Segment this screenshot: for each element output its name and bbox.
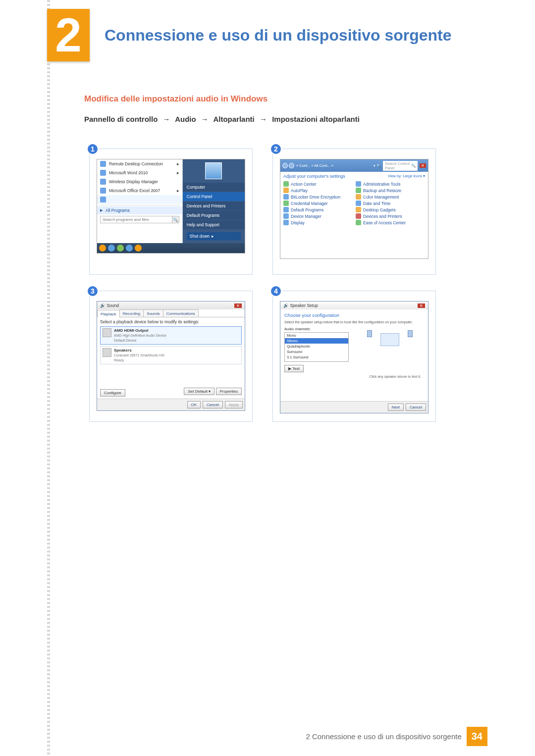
- screenshot-control-panel: « Cont... » All Cont... » ▾ 🔍 Search Con…: [280, 159, 428, 259]
- all-programs-button[interactable]: All Programs: [97, 206, 182, 214]
- dialog-title: 🔊 Speaker Setup: [283, 303, 318, 308]
- cp-item[interactable]: Desktop Gadgets: [356, 207, 425, 212]
- taskbar-icon[interactable]: [126, 245, 133, 252]
- channels-listbox[interactable]: Mono Stereo Quadraphonic Surround 3.1 Su…: [284, 332, 349, 362]
- right-menu-item-control-panel[interactable]: Control Panel: [183, 192, 245, 201]
- cp-item[interactable]: AutoPlay: [283, 188, 353, 193]
- set-default-button[interactable]: Set Default ▾: [184, 388, 214, 395]
- search-input[interactable]: [100, 216, 172, 223]
- speaker-setup-desc: Select the speaker setup below that is m…: [284, 320, 424, 324]
- cp-item[interactable]: Color Management: [356, 194, 425, 200]
- tab-sounds[interactable]: Sounds: [143, 309, 163, 317]
- speaker-layout-illustration: [356, 327, 424, 371]
- start-menu-item[interactable]: [109, 197, 110, 202]
- list-item[interactable]: Stereo: [285, 338, 348, 344]
- speaker-icon[interactable]: [367, 330, 372, 337]
- breadcrumb-item: Audio: [175, 115, 196, 123]
- speaker-setup-title: Choose your configuration: [284, 312, 424, 318]
- list-item[interactable]: Surround: [285, 349, 348, 354]
- taskbar-icon[interactable]: [117, 245, 124, 252]
- list-item[interactable]: 5.1 Surround: [285, 360, 348, 362]
- cp-search-input[interactable]: Search Control Panel🔍: [383, 161, 418, 171]
- step-badge: 2: [270, 143, 282, 155]
- right-menu-item[interactable]: Computer: [183, 183, 245, 192]
- cp-item[interactable]: Date and Time: [356, 201, 425, 206]
- step-card-4: 4 🔊 Speaker Setup ✕ Choose your configur…: [272, 291, 436, 422]
- right-menu-item[interactable]: Devices and Printers: [183, 202, 245, 210]
- step-card-3: 3 🔊 Sound ✕ Playback Recording Sounds Co…: [89, 291, 253, 422]
- start-menu-item[interactable]: Remote Desktop Connection: [109, 161, 163, 166]
- page-footer: 2 Connessione e uso di un dispositivo so…: [0, 727, 535, 746]
- chapter-number-box: 2: [47, 9, 90, 61]
- back-icon[interactable]: [282, 163, 288, 168]
- start-menu-item[interactable]: Microsoft Office Excel 2007: [109, 188, 160, 193]
- breadcrumb: Pannello di controllo → Audio → Altoparl…: [84, 115, 485, 123]
- app-icon: [100, 197, 106, 202]
- cp-item[interactable]: Backup and Restore: [356, 188, 425, 193]
- screenshot-start-menu: Remote Desktop Connection▸ Microsoft Wor…: [97, 159, 245, 253]
- app-icon: [100, 188, 106, 194]
- cp-item[interactable]: Credential Manager: [283, 201, 353, 206]
- test-button[interactable]: ▶ Test: [284, 365, 304, 372]
- right-menu-item[interactable]: Default Programs: [183, 211, 245, 220]
- cp-item[interactable]: Devices and Printers: [356, 213, 425, 219]
- page-number: 34: [467, 727, 487, 746]
- start-menu-item[interactable]: Wireless Display Manager: [109, 179, 158, 184]
- taskbar-icon[interactable]: [135, 245, 142, 252]
- cp-item[interactable]: Display: [283, 220, 353, 225]
- tab-recording[interactable]: Recording: [119, 309, 144, 317]
- channels-label: Audio channels:: [284, 327, 349, 331]
- breadcrumb-item: Altoparlanti: [213, 115, 254, 123]
- taskbar-icon[interactable]: [108, 245, 115, 252]
- close-icon[interactable]: ✕: [420, 163, 426, 168]
- ok-button[interactable]: OK: [187, 401, 201, 408]
- list-item[interactable]: 3.1 Surround: [285, 354, 348, 360]
- chapter-number: 2: [55, 8, 81, 62]
- app-icon: [100, 170, 106, 176]
- user-avatar: [205, 162, 222, 179]
- device-icon: [103, 328, 111, 337]
- forward-icon[interactable]: [289, 163, 294, 168]
- cp-item[interactable]: Default Programs: [283, 207, 353, 212]
- tab-communications[interactable]: Communications: [163, 309, 199, 317]
- properties-button[interactable]: Properties: [216, 388, 242, 395]
- close-icon[interactable]: ✕: [234, 303, 242, 308]
- cp-heading: Adjust your computer's settings: [283, 174, 345, 179]
- taskbar: [97, 243, 245, 253]
- configure-button[interactable]: Configure: [100, 389, 125, 397]
- right-menu-item[interactable]: Help and Support: [183, 220, 245, 229]
- breadcrumb-arrow-icon: →: [201, 115, 209, 123]
- apply-button[interactable]: Apply: [225, 401, 243, 408]
- cp-item[interactable]: Ease of Access Center: [356, 220, 425, 225]
- start-menu-item[interactable]: Microsoft Word 2010: [109, 170, 148, 175]
- cp-items-grid: Action Center Administrative Tools AutoP…: [283, 181, 425, 225]
- next-button[interactable]: Next: [388, 403, 404, 411]
- step-card-2: 2 « Cont... » All Cont... » ▾ 🔍 Search C…: [272, 149, 436, 275]
- start-orb-icon[interactable]: [99, 245, 106, 252]
- breadcrumb-arrow-icon: →: [163, 115, 170, 123]
- speaker-hint: Click any speaker above to test it.: [284, 375, 421, 378]
- address-crumb[interactable]: « Cont... » All Cont... »: [296, 163, 372, 168]
- section-subheading: Modifica delle impostazioni audio in Win…: [84, 94, 485, 104]
- cancel-button[interactable]: Cancel: [203, 401, 223, 408]
- cp-item[interactable]: Device Manager: [283, 213, 353, 219]
- list-item[interactable]: Mono: [285, 333, 348, 338]
- device-icon: [103, 348, 111, 357]
- playback-device[interactable]: SpeakersConexant 20671 SmartAudio HDRead…: [100, 346, 242, 364]
- step-badge: 4: [270, 285, 282, 297]
- search-icon[interactable]: 🔍: [172, 216, 179, 223]
- playback-device[interactable]: AMD HDMI OutputAMD High Definition Audio…: [100, 326, 242, 345]
- speaker-icon[interactable]: [408, 330, 413, 337]
- list-item[interactable]: Quadraphonic: [285, 344, 348, 349]
- view-by-dropdown[interactable]: View by: Large icons ▾: [388, 174, 425, 179]
- screenshot-speaker-setup: 🔊 Speaker Setup ✕ Choose your configurat…: [280, 301, 428, 413]
- page-left-dotted-bar: [47, 0, 50, 756]
- shutdown-button[interactable]: Shut down▸: [187, 232, 241, 240]
- cp-item[interactable]: BitLocker Drive Encryption: [283, 194, 353, 200]
- cp-item[interactable]: Administrative Tools: [356, 181, 425, 187]
- cp-item[interactable]: Action Center: [283, 181, 353, 187]
- search-icon: 🔍: [411, 163, 416, 168]
- tab-playback[interactable]: Playback: [97, 310, 120, 317]
- cancel-button[interactable]: Cancel: [406, 403, 426, 411]
- close-icon[interactable]: ✕: [418, 303, 425, 308]
